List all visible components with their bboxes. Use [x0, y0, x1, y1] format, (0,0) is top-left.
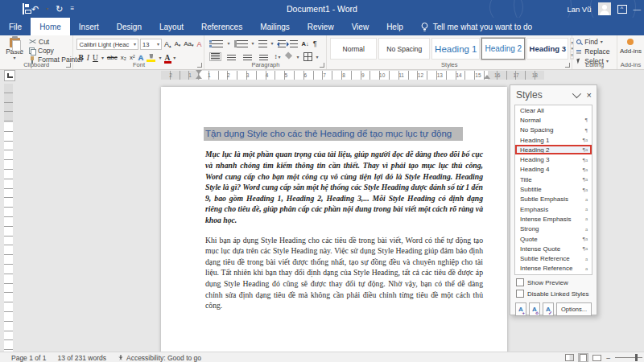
- page-count[interactable]: Page 1 of 1: [11, 354, 46, 362]
- new-style-button[interactable]: A+: [515, 302, 526, 316]
- bullets-dropdown-icon[interactable]: ▾: [227, 41, 229, 46]
- horizontal-ruler-left-margin[interactable]: 21: [161, 71, 200, 80]
- document-paragraph[interactable]: Khi bạn áp dụng Style Heading cho các ti…: [205, 235, 483, 311]
- style-list-item[interactable]: Heading 3 ¶a: [515, 154, 592, 164]
- ribbon-tab[interactable]: Help: [378, 18, 412, 35]
- ribbon-tab[interactable]: File: [0, 18, 31, 35]
- style-list-item[interactable]: Strong a: [515, 224, 592, 234]
- style-list-item[interactable]: Intense Emphasis a: [515, 214, 592, 224]
- shading-dropdown-icon[interactable]: ▾: [297, 55, 299, 60]
- align-left-button[interactable]: [209, 52, 221, 61]
- highlight-dropdown-icon[interactable]: ▾: [159, 56, 161, 60]
- align-right-button[interactable]: [242, 52, 254, 61]
- borders-dropdown-icon[interactable]: ▾: [316, 55, 319, 60]
- justify-button[interactable]: [258, 52, 270, 61]
- document-paragraph[interactable]: Mục lục là một phần quan trọng của tài l…: [205, 149, 483, 225]
- replace-button[interactable]: Replace: [576, 47, 617, 56]
- style-list-item[interactable]: Quote ¶a: [515, 234, 592, 244]
- font-size-dropdown-icon[interactable]: ▾: [157, 42, 159, 47]
- document-heading[interactable]: Tận dụng Style cho các thẻ Heading để tạ…: [204, 127, 463, 141]
- style-list-item[interactable]: Heading 2 ¶a: [515, 145, 592, 154]
- clear-formatting-button[interactable]: A: [196, 41, 202, 48]
- show-preview-checkbox[interactable]: Show Preview: [516, 278, 597, 286]
- checkbox-icon[interactable]: [516, 290, 524, 298]
- sort-button[interactable]: A↓: [302, 40, 309, 47]
- document-page[interactable]: Tận dụng Style cho các thẻ Heading để tạ…: [161, 87, 507, 352]
- manage-styles-button[interactable]: A✓: [543, 302, 554, 316]
- addins-button[interactable]: Add-ins: [617, 39, 644, 55]
- ribbon-display-options-icon[interactable]: ^: [617, 5, 627, 14]
- styles-dialog-launcher[interactable]: [565, 63, 570, 68]
- style-list-item[interactable]: Intense Reference a: [515, 264, 592, 274]
- accessibility-status[interactable]: Accessibility: Good to go: [118, 354, 201, 362]
- italic-button[interactable]: I: [87, 54, 89, 62]
- zoom-slider-handle[interactable]: [635, 354, 638, 361]
- style-list-item[interactable]: No Spacing ¶: [515, 125, 592, 135]
- word-count[interactable]: 13 of 231 words: [57, 354, 105, 362]
- style-list-item[interactable]: Intense Quote ¶a: [515, 244, 592, 253]
- zoom-out-icon[interactable]: –: [606, 354, 610, 362]
- shrink-font-button[interactable]: A▾: [174, 41, 182, 47]
- style-list-item[interactable]: Subtle Reference a: [515, 253, 592, 263]
- checkbox-icon[interactable]: [516, 278, 524, 286]
- style-inspector-button[interactable]: Aó: [529, 302, 540, 316]
- clipboard-dialog-launcher[interactable]: [66, 63, 71, 68]
- numbering-button[interactable]: [234, 40, 248, 47]
- vertical-ruler[interactable]: [4, 84, 13, 352]
- ribbon-tab[interactable]: Layout: [151, 18, 192, 35]
- avatar[interactable]: [598, 2, 611, 15]
- left-indent-marker[interactable]: [196, 75, 202, 79]
- style-list-item[interactable]: Clear All: [515, 105, 592, 115]
- read-mode-button[interactable]: [565, 354, 574, 361]
- font-name-dropdown-icon[interactable]: ▾: [134, 42, 136, 47]
- grow-font-button[interactable]: A▴: [163, 41, 172, 48]
- tab-selector[interactable]: [4, 70, 15, 81]
- line-spacing-button[interactable]: ↕▾: [274, 53, 280, 60]
- underline-dropdown-icon[interactable]: ▾: [101, 56, 104, 60]
- font-color-dropdown-icon[interactable]: ▾: [173, 56, 175, 60]
- decrease-indent-button[interactable]: [278, 40, 286, 47]
- print-layout-button[interactable]: [579, 354, 588, 361]
- styles-pane-close-icon[interactable]: ×: [587, 91, 592, 100]
- ribbon-tab[interactable]: Insert: [70, 18, 108, 35]
- style-gallery-item[interactable]: Normal: [330, 38, 377, 60]
- horizontal-ruler-right-margin[interactable]: 161718: [488, 71, 544, 80]
- ribbon-tab[interactable]: Mailings: [251, 18, 299, 35]
- ribbon-tab[interactable]: Design: [108, 18, 151, 35]
- font-size-combobox[interactable]: 13▾: [140, 39, 162, 50]
- style-list-item[interactable]: Heading 1 ¶a: [515, 135, 592, 145]
- tell-me-box[interactable]: Tell me what you want to do: [412, 18, 540, 35]
- increase-indent-button[interactable]: [290, 40, 298, 47]
- find-button[interactable]: Find▾: [576, 38, 617, 46]
- paste-dropdown-icon[interactable]: ▾: [13, 56, 15, 60]
- style-list-item[interactable]: Normal ¶: [515, 115, 592, 125]
- styles-options-button[interactable]: Options...: [556, 302, 592, 316]
- change-case-button[interactable]: Aa▾: [183, 41, 194, 47]
- superscript-button[interactable]: x²: [130, 54, 135, 61]
- style-gallery-item[interactable]: Heading 2: [481, 38, 525, 60]
- paste-button[interactable]: Paste ▾: [3, 38, 26, 60]
- shading-button[interactable]: [285, 53, 293, 60]
- style-list-item[interactable]: Title ¶a: [515, 175, 592, 184]
- style-gallery-item[interactable]: Heading 1: [431, 38, 480, 60]
- horizontal-ruler[interactable]: 123456789101112131415: [200, 71, 488, 80]
- strikethrough-button[interactable]: abc: [107, 54, 118, 61]
- underline-button[interactable]: U: [93, 54, 98, 62]
- right-indent-marker[interactable]: [484, 75, 490, 79]
- font-dialog-launcher[interactable]: [197, 63, 202, 68]
- align-center-button[interactable]: [225, 52, 237, 61]
- styles-pane-chevron-down-icon[interactable]: [572, 89, 580, 98]
- bold-button[interactable]: B: [78, 54, 83, 62]
- bullets-button[interactable]: [209, 40, 223, 47]
- web-layout-button[interactable]: [592, 354, 601, 361]
- subscript-button[interactable]: x₂: [121, 54, 126, 61]
- ribbon-tab[interactable]: References: [192, 18, 251, 35]
- zoom-slider[interactable]: [615, 357, 642, 358]
- ribbon-tab[interactable]: Review: [299, 18, 343, 35]
- account-name[interactable]: Lan Vũ: [567, 5, 591, 14]
- text-highlight-button[interactable]: [147, 54, 155, 62]
- style-list-item[interactable]: Emphasis a: [515, 204, 592, 214]
- show-paragraph-marks-button[interactable]: ¶: [313, 39, 317, 47]
- font-name-combobox[interactable]: Calibri Light (Heac▾: [76, 39, 138, 50]
- style-list-item[interactable]: Heading 4 ¶a: [515, 165, 592, 175]
